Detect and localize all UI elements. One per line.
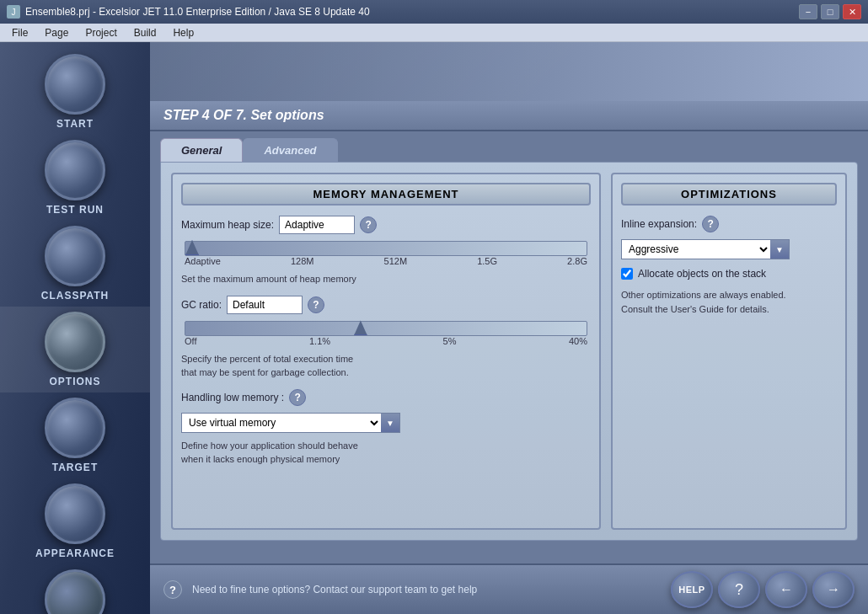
start-label: START [56,118,94,130]
max-heap-help[interactable]: ? [360,216,377,233]
max-heap-label: Maximum heap size: [181,219,274,231]
gc-slider-track[interactable] [185,321,587,336]
window-controls: − □ ✕ [799,4,861,19]
low-memory-description: Define how your application should behav… [181,440,591,466]
inline-expansion-row: Inline expansion: ? [621,216,837,232]
tab-advanced[interactable]: Advanced [243,138,337,162]
navigation-buttons: HELP ? ← → [671,571,855,608]
gc-ratio-row: GC ratio: ? [181,296,591,314]
sidebar-item-target[interactable]: TARGET [0,392,150,478]
inline-expansion-select[interactable]: Aggressive Moderate Disabled [622,240,770,259]
target-knob [45,398,105,458]
content-area: STEP 4 OF 7. Set options General Advance… [150,42,868,614]
appearance-knob [45,483,105,544]
title-text: Ensemble8.prj - Excelsior JET 11.0 Enter… [25,6,799,18]
help-button[interactable]: HELP [671,571,713,608]
gc-slider-labels: Off 1.1% 5% 40% [181,336,591,346]
sidebar: START TEST RUN CLASSPATH OPTIONS TARGET … [0,42,150,614]
heap-slider-container: Adaptive 128M 512M 1.5G 2.8G [181,241,591,266]
options-knob [45,312,105,372]
minimize-button[interactable]: − [799,4,817,19]
allocate-label: Allocate objects on the stack [638,268,766,280]
gc-slider-thumb[interactable] [354,320,367,335]
step-title: STEP 4 OF 7. Set options [163,108,855,123]
question-button[interactable]: ? [718,571,760,608]
heap-description: Set the maximum amount of heap memory [181,273,591,286]
heap-slider-thumb[interactable] [185,240,199,255]
target-label: TARGET [52,462,98,473]
low-memory-label: Handling low memory : [181,392,284,403]
heap-slider-track[interactable] [185,241,587,256]
tab-bar: General Advanced [160,138,858,162]
testrun-label: TEST RUN [46,204,104,216]
sidebar-item-testrun[interactable]: TEST RUN [0,135,150,221]
options-label: OPTIONS [49,376,100,387]
menu-help[interactable]: Help [164,25,202,40]
max-heap-row: Maximum heap size: ? [181,216,591,234]
opt-note: Other optimizations are always enabled. … [621,288,837,316]
max-heap-input[interactable] [279,216,355,234]
allocate-checkbox[interactable] [621,268,633,280]
memory-management-title: MEMORY MANAGEMENT [181,183,591,206]
close-button[interactable]: ✕ [843,4,861,19]
gc-slider-container: Off 1.1% 5% 40% [181,321,591,346]
gc-description: Specify the percent of total execution t… [181,353,591,379]
main-layout: START TEST RUN CLASSPATH OPTIONS TARGET … [0,42,868,614]
gc-ratio-label: GC ratio: [181,299,222,311]
menubar: File Page Project Build Help [0,24,868,42]
sidebar-item-classpath[interactable]: CLASSPATH [0,221,150,307]
compile-knob [45,569,105,614]
menu-project[interactable]: Project [77,25,125,40]
gc-ratio-help[interactable]: ? [308,296,324,313]
maximize-button[interactable]: □ [821,4,839,19]
start-knob [45,54,105,115]
heap-slider-labels: Adaptive 128M 512M 1.5G 2.8G [181,256,591,266]
memory-management-section: MEMORY MANAGEMENT Maximum heap size: ? [171,173,601,530]
gc-ratio-input[interactable] [227,296,303,314]
low-memory-arrow: ▼ [381,414,399,432]
menu-build[interactable]: Build [126,25,165,40]
back-button[interactable]: ← [765,571,807,608]
optimizations-section: OPTIMIZATIONS Inline expansion: ? Aggres… [611,173,847,530]
bottom-help-icon[interactable]: ? [163,580,182,599]
app-icon: J [7,5,20,19]
sidebar-item-options[interactable]: OPTIONS [0,307,150,392]
forward-button[interactable]: → [812,571,855,608]
sidebar-item-start[interactable]: START [0,49,150,135]
appearance-label: APPEARANCE [35,547,115,559]
menu-page[interactable]: Page [36,25,77,40]
sidebar-item-compile[interactable]: COMPILE [0,564,150,614]
low-memory-select[interactable]: Use virtual memory Throw OutOfMemoryErro… [182,414,381,432]
inline-expansion-label: Inline expansion: [621,218,697,230]
top-banner [150,42,868,101]
sidebar-item-appearance[interactable]: APPEARANCE [0,478,150,564]
tab-area: General Advanced MEMORY MANAGEMENT [150,131,868,563]
inline-expansion-help[interactable]: ? [702,216,719,232]
tab-general[interactable]: General [160,138,243,162]
inline-expansion-dropdown[interactable]: Aggressive Moderate Disabled ▼ [621,239,790,259]
low-memory-row: Handling low memory : ? [181,389,591,406]
inline-expansion-arrow: ▼ [770,240,789,259]
titlebar: J Ensemble8.prj - Excelsior JET 11.0 Ent… [0,0,868,24]
allocate-checkbox-row: Allocate objects on the stack [621,268,837,280]
classpath-knob [45,226,105,286]
bottom-bar: ? Need to fine tune options? Contact our… [150,563,868,614]
low-memory-dropdown[interactable]: Use virtual memory Throw OutOfMemoryErro… [181,413,400,433]
menu-file[interactable]: File [3,25,36,40]
bottom-message: Need to fine tune options? Contact our s… [192,584,661,595]
classpath-label: CLASSPATH [41,290,110,302]
low-memory-help[interactable]: ? [289,389,306,406]
panel: MEMORY MANAGEMENT Maximum heap size: ? [160,162,858,541]
step-header: STEP 4 OF 7. Set options [150,101,868,131]
testrun-knob [45,140,105,200]
optimizations-title: OPTIMIZATIONS [621,183,837,206]
